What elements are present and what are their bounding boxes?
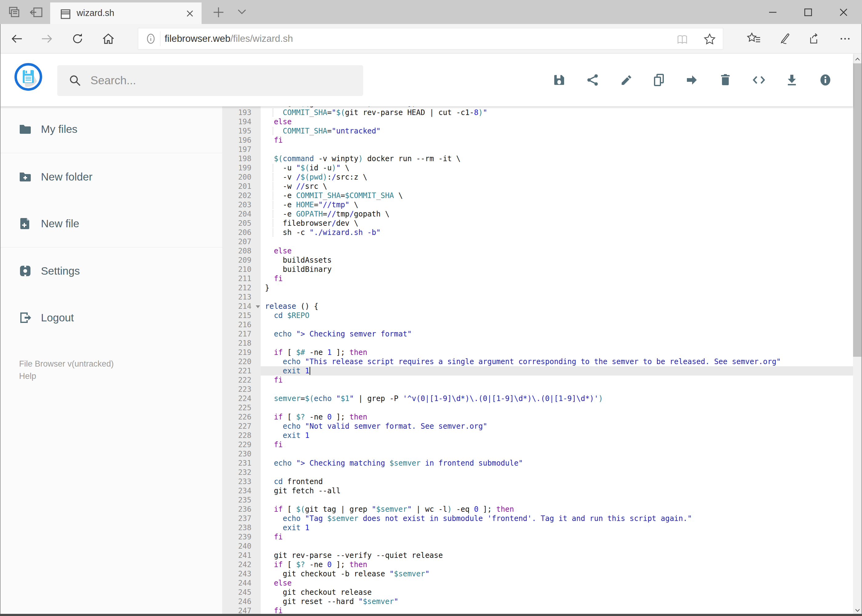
download-button[interactable]: [785, 73, 799, 87]
code-line-209[interactable]: buildAssets: [261, 256, 853, 265]
code-line-218[interactable]: [261, 339, 853, 348]
sidebar-item-my-files[interactable]: My files: [0, 115, 222, 143]
delete-button[interactable]: [719, 73, 732, 87]
copy-button[interactable]: [652, 73, 666, 87]
code-line-211[interactable]: fi: [261, 274, 853, 283]
code-line-206[interactable]: sh -c "./wizard.sh -b": [261, 228, 853, 237]
code-line-201[interactable]: -w //src \: [261, 182, 853, 191]
filebrowser-logo[interactable]: [14, 62, 43, 92]
code-line-234[interactable]: git fetch --all: [261, 486, 853, 495]
code-line-208[interactable]: else: [261, 246, 853, 256]
code-line-216[interactable]: [261, 320, 853, 329]
scrollbar[interactable]: [853, 53, 862, 616]
edit-button[interactable]: [619, 73, 633, 87]
sidebar-item-settings[interactable]: Settings: [0, 257, 222, 285]
sidebar-item-new-file[interactable]: New file: [0, 210, 222, 237]
back-icon[interactable]: [10, 32, 24, 46]
home-icon[interactable]: [102, 32, 115, 46]
tab-list-chevron-icon[interactable]: [235, 7, 251, 24]
share-icon[interactable]: [807, 32, 821, 46]
code-line-227[interactable]: echo "Not valid semver format. See semve…: [261, 422, 853, 431]
set-tabs-aside-icon[interactable]: [28, 4, 44, 20]
code-line-231[interactable]: echo "> Checking matching $semver in fro…: [261, 459, 853, 468]
code-line-199[interactable]: -u "$(id -u)" \: [261, 163, 853, 173]
scrollbar-thumb[interactable]: [853, 63, 862, 357]
reading-view-icon[interactable]: [676, 33, 689, 46]
code-line-243[interactable]: git checkout -b release "$semver": [261, 569, 853, 578]
new-tab-icon[interactable]: [211, 5, 227, 21]
move-button[interactable]: [685, 73, 698, 87]
code-line-233[interactable]: cd frontend: [261, 477, 853, 486]
code-line-240[interactable]: [261, 542, 853, 551]
info-icon[interactable]: [145, 33, 157, 45]
code-line-246[interactable]: git reset --hard "$semver": [261, 597, 853, 606]
scroll-up-icon[interactable]: [854, 56, 861, 63]
code-line-239[interactable]: fi: [261, 532, 853, 542]
favorites-hub-icon[interactable]: [747, 32, 760, 46]
code-line-219[interactable]: if [ $# -ne 1 ]; then: [261, 348, 853, 357]
forward-icon[interactable]: [40, 32, 54, 46]
favorite-star-icon[interactable]: [703, 33, 716, 46]
code-line-205[interactable]: filebrowser/dev \: [261, 218, 853, 228]
code-line-221[interactable]: exit 1: [261, 366, 853, 376]
code-line-212[interactable]: }: [261, 283, 853, 292]
code-view-button[interactable]: [752, 73, 766, 87]
code-line-230[interactable]: [261, 449, 853, 459]
browser-tab[interactable]: wizard.sh: [50, 2, 202, 24]
code-line-196[interactable]: fi: [261, 136, 853, 145]
code-line-215[interactable]: cd $REPO: [261, 311, 853, 320]
code-line-244[interactable]: else: [261, 578, 853, 588]
code-line-232[interactable]: [261, 468, 853, 477]
code-editor[interactable]: if [ "$(git status -s)" != "" ]; then CO…: [261, 107, 853, 616]
code-line-204[interactable]: -e GOPATH=//tmp/gopath \: [261, 209, 853, 218]
code-line-198[interactable]: $(command -v winpty) docker run --rm -it…: [261, 154, 853, 163]
code-line-222[interactable]: fi: [261, 376, 853, 385]
code-line-235[interactable]: [261, 495, 853, 504]
code-line-203[interactable]: -e HOME="//tmp" \: [261, 200, 853, 209]
tab-preview-icon[interactable]: [6, 4, 22, 20]
folder-plus-icon: [19, 170, 32, 184]
code-line-225[interactable]: [261, 403, 853, 412]
address-bar[interactable]: filebrowser.web/files/wizard.sh: [138, 28, 723, 50]
scroll-down-icon[interactable]: [854, 607, 861, 614]
code-line-217[interactable]: echo "> Checking semver format": [261, 329, 853, 339]
code-line-238[interactable]: exit 1: [261, 523, 853, 532]
fold-arrow-icon[interactable]: [256, 305, 260, 308]
code-line-194[interactable]: else: [261, 117, 853, 126]
code-line-226[interactable]: if [ $? -ne 0 ]; then: [261, 412, 853, 422]
refresh-icon[interactable]: [71, 32, 84, 46]
code-line-200[interactable]: -v /$(pwd):/src:z \: [261, 173, 853, 182]
code-line-220[interactable]: echo "This release script requires a sin…: [261, 357, 853, 366]
code-line-223[interactable]: [261, 385, 853, 394]
code-line-193[interactable]: COMMIT_SHA="$(git rev-parse HEAD | cut -…: [261, 108, 853, 117]
info-button[interactable]: [819, 73, 832, 87]
code-line-228[interactable]: exit 1: [261, 431, 853, 440]
code-line-214[interactable]: release () {: [261, 302, 853, 311]
web-note-icon[interactable]: [778, 32, 791, 46]
help-link[interactable]: Help: [19, 371, 36, 381]
code-line-245[interactable]: git checkout release: [261, 588, 853, 597]
code-line-202[interactable]: -e COMMIT_SHA=$COMMIT_SHA \: [261, 191, 853, 200]
code-line-210[interactable]: buildBinary: [261, 265, 853, 274]
save-button[interactable]: [552, 73, 566, 87]
code-line-242[interactable]: if [ $? -ne 0 ]; then: [261, 560, 853, 569]
code-line-195[interactable]: COMMIT_SHA="untracked": [261, 126, 853, 136]
sidebar-item-logout[interactable]: Logout: [0, 304, 222, 332]
code-line-241[interactable]: git rev-parse --verify --quiet release: [261, 551, 853, 560]
search-input[interactable]: Search...: [57, 65, 363, 96]
code-line-197[interactable]: [261, 145, 853, 154]
code-line-213[interactable]: [261, 292, 853, 302]
code-line-224[interactable]: semver=$(echo "$1" | grep -P '^v(0|[1-9]…: [261, 394, 853, 403]
maximize-button[interactable]: [803, 7, 814, 18]
code-line-237[interactable]: echo "Tag $semver does not exist in subm…: [261, 514, 853, 523]
close-button[interactable]: [838, 7, 849, 18]
code-line-207[interactable]: [261, 237, 853, 246]
code-line-236[interactable]: if [ $(git tag | grep "$semver" | wc -l)…: [261, 504, 853, 514]
tab-close-icon[interactable]: [185, 9, 195, 19]
more-icon[interactable]: [838, 32, 852, 46]
code-line-229[interactable]: fi: [261, 440, 853, 449]
share-file-button[interactable]: [586, 73, 599, 87]
minimize-button[interactable]: [767, 7, 778, 18]
sidebar-item-new-folder[interactable]: New folder: [0, 163, 222, 191]
url-text[interactable]: filebrowser.web/files/wizard.sh: [165, 33, 293, 44]
